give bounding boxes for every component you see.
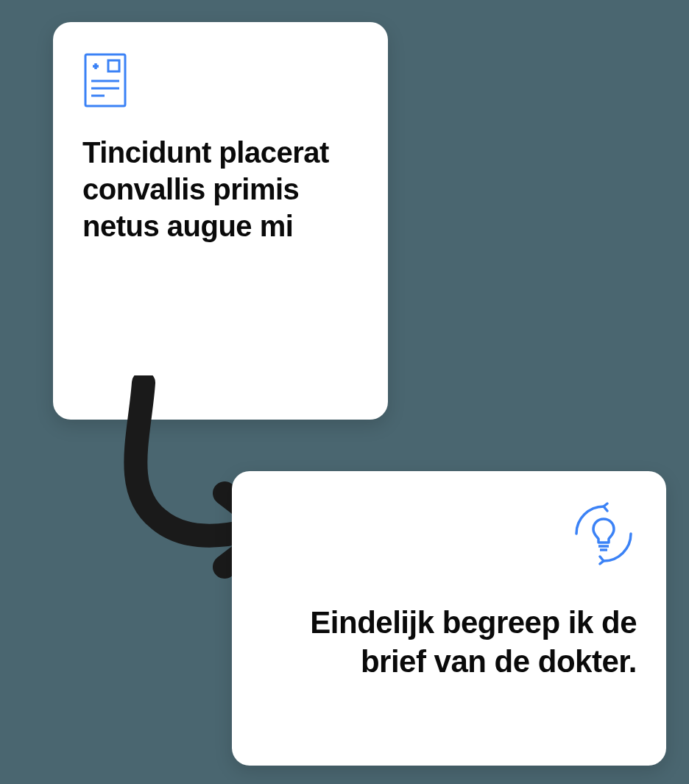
card-result-title: Eindelijk begreep ik de brief van de dok…: [261, 604, 637, 681]
card-result: Eindelijk begreep ik de brief van de dok…: [232, 471, 666, 766]
card-source: Tincidunt placerat convallis primis netu…: [53, 22, 388, 420]
idea-cycle-icon: [261, 501, 637, 567]
medical-document-icon: [82, 52, 358, 112]
card-source-title: Tincidunt placerat convallis primis netu…: [82, 134, 358, 244]
svg-rect-1: [108, 60, 119, 71]
